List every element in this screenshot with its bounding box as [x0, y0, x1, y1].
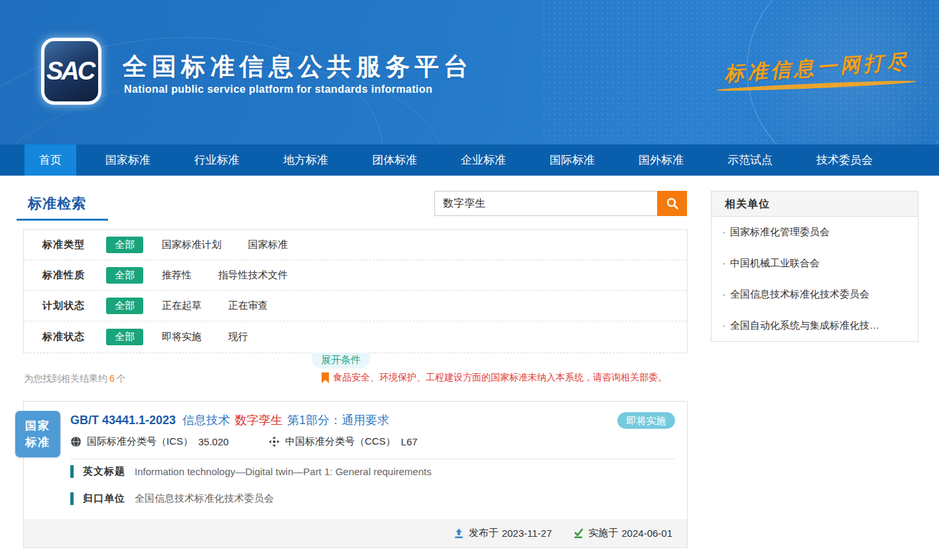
row-accent-bar — [70, 492, 74, 505]
site-subtitle: National public service platform for sta… — [124, 84, 432, 95]
standard-title-part2: 第1部分：通用要求 — [287, 414, 389, 427]
dept-value: 全国信息技术标准化技术委员会 — [135, 492, 274, 505]
related-units-panel: 相关单位 国家标准化管理委员会 中国机械工业联合会 全国信息技术标准化技术委员会… — [711, 191, 918, 342]
sidebar-item-machinery-federation[interactable]: 中国机械工业联合会 — [712, 248, 918, 279]
filter-option[interactable]: 即将实施 — [162, 331, 202, 343]
standard-title-link[interactable]: GB/T 43441.1-2023信息技术数字孪生第1部分：通用要求 — [70, 412, 394, 428]
section-title-underline — [17, 219, 108, 221]
sac-logo[interactable]: SAC — [41, 38, 101, 105]
card-divider — [70, 459, 675, 459]
filter-all-button[interactable]: 全部 — [106, 237, 143, 253]
english-title-label: 英文标题 — [83, 465, 125, 478]
filter-row-plan-status: 计划状态 全部 正在起草 正在审查 — [24, 291, 687, 321]
nav-item-international-standards[interactable]: 国际标准 — [535, 144, 609, 176]
filter-label: 标准类型 — [42, 239, 106, 251]
system-notice: 食品安全、环境保护、工程建设方面的国家标准未纳入本系统，请咨询相关部委。 — [322, 372, 667, 384]
filter-all-button[interactable]: 全部 — [106, 298, 143, 314]
nav-item-pilot-projects[interactable]: 示范试点 — [713, 144, 787, 176]
publish-date-group: 发布于 2023-11-27 — [454, 527, 552, 539]
filter-label: 标准性质 — [42, 269, 106, 282]
bookmark-icon — [322, 372, 329, 383]
sidebar-item-sac[interactable]: 国家标准化管理委员会 — [712, 217, 918, 248]
publish-label: 发布于 — [469, 527, 499, 539]
standard-code: GB/T 43441.1-2023 — [70, 414, 176, 427]
sac-logo-text: SAC — [46, 57, 96, 85]
filter-row-standard-type: 标准类型 全部 国家标准计划 国家标准 — [24, 230, 687, 260]
search-icon — [666, 197, 679, 210]
sidebar-item-it-standardization-committee[interactable]: 全国信息技术标准化技术委员会 — [712, 279, 918, 310]
expand-conditions-button[interactable]: 展开条件 — [312, 353, 370, 368]
filter-option[interactable]: 国家标准 — [248, 239, 288, 251]
filter-row-standard-nature: 标准性质 全部 推荐性 指导性技术文件 — [24, 260, 687, 291]
sidebar-item-automation-committee[interactable]: 全国自动化系统与集成标准化技… — [712, 310, 918, 341]
filter-option[interactable]: 推荐性 — [162, 269, 192, 282]
filter-label: 计划状态 — [42, 300, 106, 312]
nav-item-foreign-standards[interactable]: 国外标准 — [624, 144, 698, 176]
standard-title-part1: 信息技术 — [182, 414, 230, 427]
implement-date-group: 实施于 2024-06-01 — [573, 527, 672, 539]
nav-item-national-standards[interactable]: 国家标准 — [91, 144, 165, 176]
dept-row: 归口单位 全国信息技术标准化技术委员会 — [70, 492, 274, 505]
ics-value: 35.020 — [198, 436, 229, 447]
section-title-standard-search[interactable]: 标准检索 — [28, 194, 86, 213]
filter-option[interactable]: 正在审查 — [228, 300, 268, 312]
check-icon — [573, 528, 584, 539]
status-badge: 即将实施 — [617, 412, 675, 429]
main-nav: 首页 国家标准 行业标准 地方标准 团体标准 企业标准 国际标准 国外标准 示范… — [0, 144, 939, 176]
english-title-row: 英文标题 Information technology—Digital twin… — [70, 465, 432, 478]
site-header: SAC 全国标准信息公共服务平台 National public service… — [0, 0, 939, 144]
result-count-number: 6 — [109, 373, 115, 384]
result-count-suffix: 个 — [117, 373, 126, 384]
standard-type-badge: 国家 标准 — [15, 411, 60, 457]
row-accent-bar — [70, 465, 74, 478]
filter-all-button[interactable]: 全部 — [106, 329, 143, 345]
nav-item-industry-standards[interactable]: 行业标准 — [180, 144, 254, 176]
result-count-prefix: 为您找到相关结果约 — [24, 373, 107, 384]
nav-item-home[interactable]: 首页 — [25, 144, 76, 176]
search-input[interactable] — [434, 191, 657, 216]
search-button[interactable] — [657, 191, 687, 216]
nav-item-local-standards[interactable]: 地方标准 — [269, 144, 343, 176]
filter-option[interactable]: 指导性技术文件 — [218, 269, 288, 282]
english-title-value: Information technology—Digital twin—Part… — [135, 466, 432, 477]
related-units-title: 相关单位 — [712, 192, 918, 217]
compass-icon — [269, 436, 280, 447]
filter-option[interactable]: 国家标准计划 — [162, 239, 221, 251]
filter-box: 标准类型 全部 国家标准计划 国家标准 标准性质 全部 推荐性 指导性技术文件 … — [23, 229, 688, 353]
notice-text: 食品安全、环境保护、工程建设方面的国家标准未纳入本系统，请咨询相关部委。 — [333, 372, 667, 384]
filter-all-button[interactable]: 全部 — [106, 267, 143, 284]
filter-option[interactable]: 正在起草 — [162, 300, 202, 312]
nav-item-technical-committees[interactable]: 技术委员会 — [802, 144, 887, 176]
ics-label: 国际标准分类号（ICS） — [87, 435, 193, 448]
dept-label: 归口单位 — [83, 492, 125, 505]
publish-date: 2023-11-27 — [502, 528, 552, 539]
upload-icon — [454, 528, 464, 539]
implement-label: 实施于 — [588, 527, 618, 539]
globe-icon — [70, 436, 82, 447]
sac-logo-inner: SAC — [44, 41, 98, 101]
main-nav-list: 首页 国家标准 行业标准 地方标准 团体标准 企业标准 国际标准 国外标准 示范… — [0, 144, 939, 176]
ccs-label: 中国标准分类号（CCS） — [285, 435, 396, 448]
implement-date: 2024-06-01 — [621, 528, 672, 539]
nav-item-enterprise-standards[interactable]: 企业标准 — [446, 144, 521, 176]
site-title: 全国标准信息公共服务平台 — [123, 50, 473, 84]
result-count: 为您找到相关结果约6个 — [24, 373, 126, 385]
filter-row-standard-status: 标准状态 全部 即将实施 现行 — [24, 321, 687, 352]
filter-label: 标准状态 — [42, 331, 106, 343]
card-footer: 发布于 2023-11-27 实施于 2024-06-01 — [24, 519, 687, 547]
page: SAC 全国标准信息公共服务平台 National public service… — [0, 0, 939, 560]
standard-title-highlight: 数字孪生 — [235, 414, 282, 427]
standard-result-card: 国家 标准 GB/T 43441.1-2023信息技术数字孪生第1部分：通用要求… — [23, 401, 688, 548]
classification-row: 国际标准分类号（ICS） 35.020 中国标准分类号（CCS） L67 — [70, 435, 418, 448]
ccs-value: L67 — [401, 436, 418, 447]
filter-option[interactable]: 现行 — [228, 331, 248, 343]
nav-item-group-standards[interactable]: 团体标准 — [357, 144, 432, 176]
